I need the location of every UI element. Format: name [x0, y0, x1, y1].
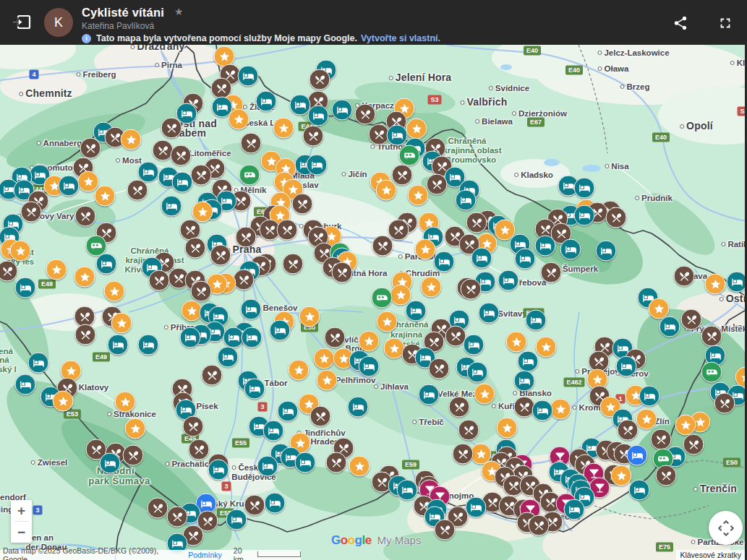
camping-marker[interactable] [372, 288, 393, 309]
hotel-marker[interactable] [560, 239, 581, 260]
hotel-marker[interactable] [100, 453, 121, 474]
hotel-marker[interactable] [456, 190, 477, 211]
restaurant-marker[interactable] [234, 270, 255, 290]
restaurant-marker[interactable] [683, 434, 704, 455]
restaurant-marker[interactable] [241, 133, 262, 154]
restaurant-marker[interactable] [292, 194, 313, 215]
restaurant-marker[interactable] [372, 236, 393, 257]
restaurant-marker[interactable] [149, 270, 170, 291]
zoom-out-button[interactable]: − [11, 522, 32, 543]
hotel-marker[interactable] [161, 196, 182, 217]
hotel-marker[interactable] [15, 374, 36, 395]
map-viewport[interactable]: DrážďanyFreibergPirnaChemnitzŽitavaJelen… [0, 0, 747, 560]
hotel-marker[interactable] [278, 401, 299, 422]
hotel-marker[interactable] [464, 335, 485, 356]
camping-marker[interactable] [239, 165, 260, 186]
restaurant-marker[interactable] [326, 452, 347, 473]
hotel-marker[interactable] [387, 125, 408, 146]
restaurant-marker[interactable] [355, 104, 376, 125]
star-marker[interactable] [536, 337, 557, 358]
hotel-marker[interactable] [180, 327, 201, 348]
restaurant-marker[interactable] [427, 174, 448, 195]
hotel-marker[interactable] [514, 371, 535, 392]
restaurant-marker[interactable] [210, 245, 231, 266]
keyboard-shortcuts-button[interactable]: Klávesové zkratky [676, 550, 745, 560]
star-marker[interactable] [104, 281, 125, 302]
hotel-marker[interactable] [28, 353, 49, 374]
hotel-marker[interactable] [265, 493, 286, 514]
hotel-marker[interactable] [172, 172, 193, 193]
restaurant-marker[interactable] [392, 165, 413, 186]
hotel-marker[interactable] [256, 91, 277, 112]
restaurant-marker[interactable] [277, 220, 298, 241]
restaurant-marker[interactable] [332, 262, 353, 283]
star-marker[interactable] [497, 418, 518, 439]
star-marker[interactable] [611, 465, 632, 486]
share-icon[interactable] [673, 15, 688, 31]
hotel-marker[interactable] [96, 254, 117, 275]
star-marker[interactable] [376, 180, 397, 201]
star-marker[interactable] [317, 370, 338, 391]
star-marker[interactable] [289, 360, 310, 381]
hotel-marker[interactable] [526, 310, 547, 331]
hotel-marker[interactable] [138, 335, 159, 356]
restaurant-marker[interactable] [701, 326, 722, 347]
restaurant-marker[interactable] [123, 445, 144, 466]
restaurant-marker[interactable] [435, 520, 456, 540]
star-marker[interactable] [390, 285, 411, 306]
hotel-marker[interactable] [660, 316, 680, 337]
star-marker[interactable] [125, 418, 146, 439]
hotel-marker[interactable] [406, 301, 427, 322]
restaurant-marker[interactable] [529, 515, 550, 536]
hotel-marker[interactable] [307, 155, 328, 176]
hotel-marker[interactable] [59, 176, 80, 197]
restaurant-marker[interactable] [466, 212, 487, 233]
open-side-panel-icon[interactable] [12, 14, 32, 31]
pan-control-button[interactable] [709, 511, 743, 545]
star-marker[interactable] [299, 306, 320, 327]
restaurant-marker[interactable] [167, 507, 188, 527]
star-marker[interactable] [95, 186, 116, 207]
hotel-marker[interactable] [257, 456, 278, 477]
restaurant-marker[interactable] [453, 444, 474, 465]
hotel-marker[interactable] [242, 327, 262, 348]
terms-link[interactable]: Podmínky [188, 551, 222, 559]
hotel-marker[interactable] [138, 162, 159, 183]
restaurant-marker[interactable] [618, 420, 639, 441]
zoom-in-button[interactable]: + [11, 500, 32, 521]
star-marker[interactable] [506, 332, 527, 353]
restaurant-marker[interactable] [21, 202, 42, 223]
hotel-marker[interactable] [332, 100, 353, 121]
hotel-marker[interactable] [535, 236, 556, 257]
restaurant-marker[interactable] [541, 262, 562, 283]
star-marker[interactable] [78, 171, 99, 192]
hotel-marker[interactable] [515, 249, 536, 270]
camping-marker[interactable] [399, 145, 420, 166]
hotel-marker[interactable] [308, 105, 329, 126]
hotel-marker[interactable] [727, 272, 747, 293]
restaurant-marker[interactable] [681, 309, 702, 330]
hotel-marker[interactable] [208, 460, 229, 481]
hotel-marker[interactable] [471, 248, 492, 269]
star-marker[interactable] [121, 129, 142, 150]
hotel-marker[interactable] [226, 509, 247, 530]
hotel-marker[interactable] [629, 480, 650, 501]
star-marker[interactable] [550, 399, 571, 420]
restaurant-marker[interactable] [191, 281, 212, 302]
hotel-marker[interactable] [270, 320, 291, 341]
star-marker[interactable] [415, 239, 436, 260]
star-marker[interactable] [111, 313, 132, 334]
star-marker[interactable] [46, 259, 67, 280]
star-marker[interactable] [675, 415, 696, 436]
hotel-marker[interactable] [238, 66, 259, 87]
hotel-marker[interactable] [532, 400, 553, 421]
hotel-marker[interactable] [434, 251, 455, 272]
hotel-marker[interactable] [348, 397, 369, 418]
restaurant-marker[interactable] [606, 207, 627, 228]
restaurant-marker[interactable] [183, 416, 204, 437]
restaurant-marker[interactable] [458, 420, 479, 441]
fullscreen-icon[interactable] [717, 15, 733, 31]
restaurant-marker[interactable] [244, 495, 265, 516]
hotel-marker[interactable] [241, 299, 262, 320]
avatar[interactable]: K [44, 8, 73, 37]
